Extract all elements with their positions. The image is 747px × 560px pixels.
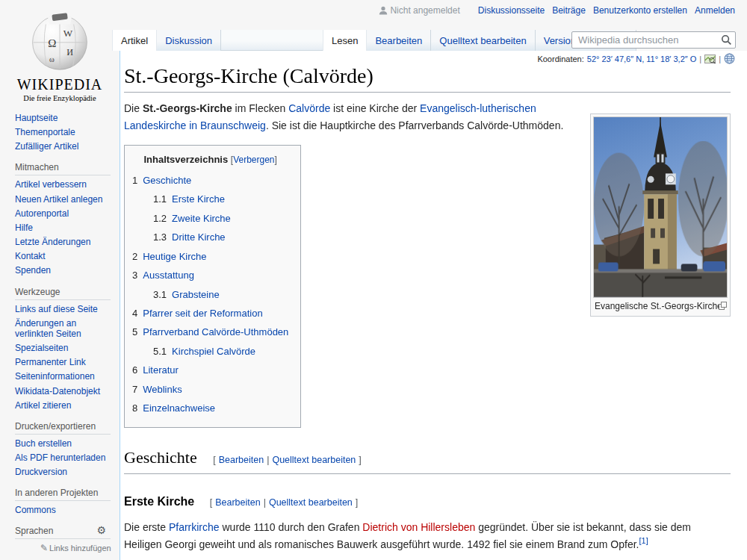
nav-header: ⚙ Sprachen bbox=[15, 526, 111, 539]
sidebar: Ω W И ω WIKIPEDIA Die freie Enzyklopädie… bbox=[0, 0, 120, 553]
sidebar-item[interactable]: Buch erstellen bbox=[15, 438, 114, 449]
section-title: Erste Kirche bbox=[124, 495, 194, 508]
add-links-button[interactable]: ✎Links hinzufügen bbox=[40, 543, 120, 553]
personal-bar: Nicht angemeldet DiskussionsseiteBeiträg… bbox=[379, 5, 735, 16]
sidebar-item[interactable]: Hauptseite bbox=[15, 113, 114, 123]
church-photo-thumb: Evangelische St.-Georgs-Kirche bbox=[590, 113, 731, 317]
toc-item: 3Ausstattung bbox=[132, 267, 288, 283]
sidebar-item[interactable]: Hilfe bbox=[15, 223, 114, 233]
toc-link[interactable]: Ausstattung bbox=[143, 270, 194, 281]
sidebar-item[interactable]: Artikel verbessern bbox=[15, 179, 114, 190]
personal-link[interactable]: Diskussionsseite bbox=[478, 5, 545, 16]
inline-link[interactable]: Dietrich von Hillersleben bbox=[362, 521, 475, 533]
personal-link[interactable]: Anmelden bbox=[695, 5, 735, 16]
text-segment: . Sie ist die Hauptkirche des Pfarrverba… bbox=[266, 119, 563, 131]
personal-link[interactable]: Benutzerkonto erstellen bbox=[593, 5, 687, 16]
toc-number: 4 bbox=[132, 308, 137, 319]
sidebar-item[interactable]: Spenden bbox=[15, 265, 114, 276]
toc-link[interactable]: Geschichte bbox=[143, 175, 191, 186]
image-caption: Evangelische St.-Georgs-Kirche bbox=[593, 298, 728, 314]
sidebar-item[interactable]: Zufälliger Artikel bbox=[15, 141, 114, 152]
search-box bbox=[571, 31, 736, 49]
sidebar-item[interactable]: Neuen Artikel anlegen bbox=[15, 194, 114, 205]
svg-text:W: W bbox=[63, 28, 73, 39]
nav-header: Mitmachen bbox=[15, 162, 111, 175]
tab[interactable]: Lesen bbox=[323, 30, 367, 51]
nav-header: Werkzeuge bbox=[15, 287, 111, 300]
search-input[interactable] bbox=[571, 31, 736, 49]
erste-kirche-paragraph: Die erste Pfarrkirche wurde 1110 durch d… bbox=[124, 519, 731, 553]
toc-link[interactable]: Grabsteine bbox=[172, 289, 220, 300]
gear-icon[interactable]: ⚙ bbox=[96, 526, 106, 535]
wikipedia-logo[interactable]: Ω W И ω WIKIPEDIA Die freie Enzyklopädie bbox=[0, 0, 120, 102]
svg-text:И: И bbox=[66, 47, 73, 57]
edit-link[interactable]: Bearbeiten bbox=[215, 497, 260, 508]
toc-link[interactable]: Pfarrer seit der Reformation bbox=[143, 308, 262, 319]
edit-link[interactable]: Bearbeiten bbox=[219, 455, 264, 465]
tab[interactable]: Artikel bbox=[112, 30, 157, 51]
toc-link[interactable]: Zweite Kirche bbox=[172, 213, 231, 224]
edit-source-link[interactable]: Quelltext bearbeiten bbox=[269, 497, 353, 508]
inline-link[interactable]: Calvörde bbox=[288, 102, 330, 114]
search-button[interactable] bbox=[721, 34, 732, 48]
nav-header: Drucken/exportieren bbox=[15, 421, 111, 435]
toc-link[interactable]: Erste Kirche bbox=[172, 193, 225, 205]
personal-links: DiskussionsseiteBeiträgeBenutzerkonto er… bbox=[471, 5, 735, 16]
edit-source-link[interactable]: Quelltext bearbeiten bbox=[272, 455, 356, 465]
toc-link[interactable]: Kirchspiel Calvörde bbox=[172, 346, 255, 357]
map-icon[interactable] bbox=[704, 54, 716, 64]
sidebar-item[interactable]: Spezialseiten bbox=[15, 343, 114, 353]
church-photo[interactable] bbox=[593, 116, 728, 298]
sidebar-item[interactable]: Themenportale bbox=[15, 127, 114, 137]
personal-link[interactable]: Beiträge bbox=[552, 5, 586, 16]
sidebar-item[interactable]: Seiteninformationen bbox=[15, 371, 114, 382]
toc-link[interactable]: Weblinks bbox=[143, 384, 182, 395]
toc-item: 7Weblinks bbox=[132, 382, 288, 397]
sidebar-item[interactable]: Als PDF herunterladen bbox=[15, 452, 114, 463]
svg-text:ω: ω bbox=[49, 55, 55, 63]
toc-item: 1.1Erste Kirche bbox=[132, 191, 288, 207]
tab[interactable]: Quelltext bearbeiten bbox=[431, 30, 535, 51]
sidebar-item[interactable]: Druckversion bbox=[15, 467, 114, 477]
reference-link[interactable]: [1] bbox=[639, 537, 648, 546]
text-segment: ist eine Kirche der bbox=[330, 102, 420, 114]
section-edit-links: [Bearbeiten|Quelltext bearbeiten] bbox=[207, 497, 362, 508]
toc-number: 2 bbox=[132, 251, 137, 262]
tab[interactable]: Diskussion bbox=[157, 30, 221, 51]
sidebar-item[interactable]: Commons bbox=[15, 505, 114, 515]
toc-hide-link[interactable]: Verbergen bbox=[233, 155, 274, 165]
toc-number: 6 bbox=[132, 364, 137, 376]
inline-link[interactable]: Pfarrkirche bbox=[169, 521, 220, 533]
toc-link[interactable]: Heutige Kirche bbox=[143, 251, 206, 262]
coordinates-link[interactable]: 52° 23′ 47,6″ N, 11° 18′ 3,2″ O bbox=[587, 55, 697, 63]
tab[interactable]: Bearbeiten bbox=[367, 30, 431, 51]
toc-link[interactable]: Literatur bbox=[143, 364, 179, 376]
toc-toggle[interactable]: [Verbergen] bbox=[231, 155, 277, 165]
sidebar-item[interactable]: Autorenportal bbox=[15, 208, 114, 219]
toc-link[interactable]: Einzelnachweise bbox=[143, 402, 215, 414]
text-segment: Die bbox=[124, 102, 143, 114]
sidebar-item[interactable]: Änderungen an verlinkten Seiten bbox=[15, 318, 114, 339]
section-heading-erste-kirche: Erste Kirche [Bearbeiten|Quelltext bearb… bbox=[124, 492, 731, 511]
toc-item: 4Pfarrer seit der Reformation bbox=[132, 305, 288, 321]
toc-item: 3.1Grabsteine bbox=[132, 287, 288, 302]
sidebar-item[interactable]: Permanenter Link bbox=[15, 357, 114, 367]
sidebar-item[interactable]: Artikel zitieren bbox=[15, 400, 114, 411]
toc-link[interactable]: Dritte Kirche bbox=[172, 231, 226, 243]
coordinates-bar: Koordinaten: 52° 23′ 47,6″ N, 11° 18′ 3,… bbox=[537, 53, 735, 64]
toc-item: 6Literatur bbox=[132, 362, 288, 378]
toc-number: 8 bbox=[132, 402, 137, 414]
text-segment: Die erste bbox=[124, 521, 169, 533]
nav-section-main: HauptseiteThemenportaleZufälliger Artike… bbox=[15, 113, 120, 152]
sidebar-item[interactable]: Wikidata-Datenobjekt bbox=[15, 386, 114, 396]
article-content: Koordinaten: 52° 23′ 47,6″ N, 11° 18′ 3,… bbox=[120, 51, 747, 560]
magnify-icon[interactable] bbox=[719, 302, 727, 314]
bracket: ] bbox=[275, 155, 277, 165]
sidebar-item[interactable]: Kontakt bbox=[15, 251, 114, 261]
sidebar-item[interactable]: Letzte Änderungen bbox=[15, 237, 114, 247]
toc-number: 5.1 bbox=[153, 346, 167, 357]
nav-section-werkzeuge: Werkzeuge Links auf diese SeiteÄnderunge… bbox=[15, 287, 120, 411]
toc-link[interactable]: Pfarrverband Calvörde-Uthmöden bbox=[143, 326, 288, 337]
sidebar-item[interactable]: Links auf diese Seite bbox=[15, 304, 114, 314]
globe-icon[interactable] bbox=[724, 53, 735, 64]
